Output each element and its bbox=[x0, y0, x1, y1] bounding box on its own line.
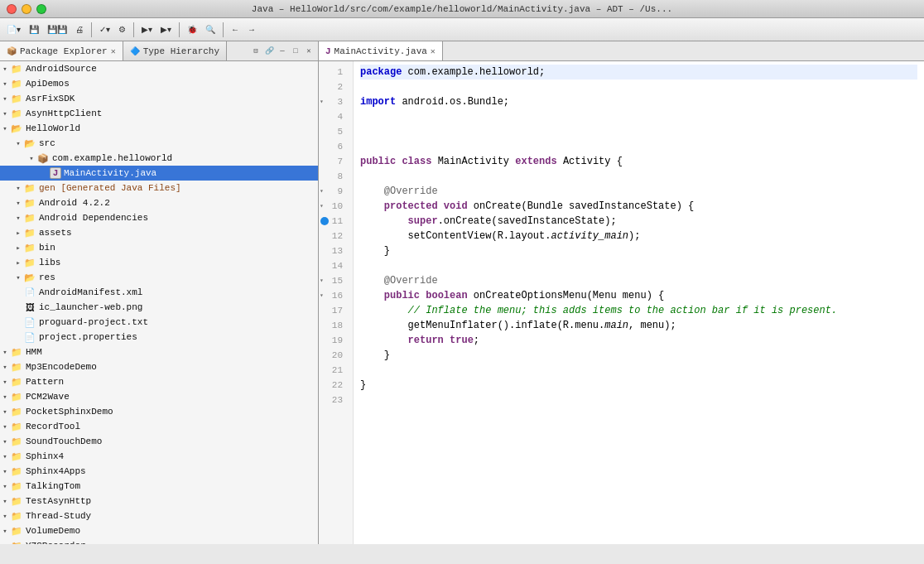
code-token: android.os.Bundle; bbox=[402, 94, 509, 109]
save-button[interactable]: 💾 bbox=[26, 21, 42, 39]
run2-button[interactable]: ▶▾ bbox=[157, 21, 175, 39]
tree-item-hmm[interactable]: ▾📁HMM bbox=[0, 345, 318, 359]
tree-item-volume-demo[interactable]: ▾📁VolumeDemo bbox=[0, 523, 318, 538]
validate-button[interactable]: ✓▾ bbox=[96, 21, 113, 39]
save-all-button[interactable]: 💾💾 bbox=[44, 21, 70, 39]
tree-item-ic-launcher-web[interactable]: 🖼ic_launcher-web.png bbox=[0, 300, 318, 315]
tree-item-asr-fix-sdk[interactable]: ▾📁AsrFixSDK bbox=[0, 91, 318, 106]
tree-item-pattern[interactable]: ▾📁Pattern bbox=[0, 374, 318, 389]
line-num-text: 12 bbox=[332, 229, 343, 243]
tree-item-gen[interactable]: ▾📁gen [Generated Java Files] bbox=[0, 181, 318, 195]
properties-button[interactable]: ⚙ bbox=[115, 21, 129, 39]
tree-icon-project: 📁 bbox=[10, 509, 23, 523]
line-number-9: ▾9 bbox=[319, 184, 348, 199]
main-activity-editor-tab[interactable]: J MainActivity.java ✕ bbox=[319, 41, 443, 60]
tree-item-sphinx4-apps[interactable]: ▾📁Sphinx4Apps bbox=[0, 464, 318, 479]
tree-item-mp3-encode-demo[interactable]: ▾📁Mp3EncodeDemo bbox=[0, 359, 318, 374]
collapse-all-btn[interactable]: ⊟ bbox=[250, 46, 262, 57]
tree-item-sound-touch-demo[interactable]: ▾📁SoundTouchDemo bbox=[0, 434, 318, 449]
package-explorer-tree[interactable]: ▾📁AndroidSource▾📁ApiDemos▾📁AsrFixSDK▾📁As… bbox=[0, 61, 318, 544]
tree-icon-project: 📁 bbox=[10, 524, 23, 537]
minimize-button[interactable] bbox=[22, 4, 31, 14]
tree-item-yzs-recorder[interactable]: ▾📁YZSRecorder bbox=[0, 538, 318, 544]
print-button[interactable]: 🖨 bbox=[72, 21, 87, 39]
tree-label-mp3-encode-demo: Mp3EncodeDemo bbox=[26, 362, 97, 372]
collapse-arrow-icon: ▾ bbox=[320, 199, 324, 214]
tree-item-android-422[interactable]: ▾📁Android 4.2.2 bbox=[0, 195, 318, 210]
tree-item-talking-tom[interactable]: ▾📁TalkingTom bbox=[0, 479, 318, 494]
tree-item-assets[interactable]: ▸📁assets bbox=[0, 225, 318, 240]
close-panel-btn[interactable]: ✕ bbox=[303, 46, 315, 57]
collapse-arrow-icon: ▾ bbox=[320, 94, 324, 109]
tree-item-android-manifest[interactable]: 📄AndroidManifest.xml bbox=[0, 285, 318, 300]
tree-item-res[interactable]: ▾📂res bbox=[0, 270, 318, 285]
line-num-text: 5 bbox=[337, 124, 343, 139]
back-button[interactable]: ← bbox=[228, 21, 243, 39]
tree-item-pcm2wave[interactable]: ▾📁PCM2Wave bbox=[0, 389, 318, 404]
code-line-20: } bbox=[360, 348, 917, 363]
editor-tab-close[interactable]: ✕ bbox=[431, 46, 436, 56]
line-number-13: 13 bbox=[319, 243, 348, 258]
tree-item-libs[interactable]: ▸📁libs bbox=[0, 255, 318, 270]
code-content[interactable]: package com.example.helloworld; import a… bbox=[354, 61, 924, 544]
tree-item-main-activity[interactable]: JMainActivity.java bbox=[0, 166, 318, 181]
tree-icon-xml: 📄 bbox=[23, 286, 36, 299]
type-hierarchy-tab[interactable]: 🔷 Type Hierarchy bbox=[123, 41, 227, 60]
tree-arrow: ▾ bbox=[0, 422, 10, 431]
tree-label-asyn-http-client: AsynHttpClient bbox=[26, 108, 102, 118]
tree-item-pocket-sphinx-demo[interactable]: ▾📁PocketSphinxDemo bbox=[0, 404, 318, 419]
tree-item-hello-world[interactable]: ▾📂HelloWorld bbox=[0, 121, 318, 136]
minimize-panel-btn[interactable]: ─ bbox=[277, 46, 288, 57]
tree-item-project-properties[interactable]: 📄project.properties bbox=[0, 330, 318, 345]
tree-item-api-demos[interactable]: ▾📁ApiDemos bbox=[0, 76, 318, 91]
tree-item-proguard-project[interactable]: 📄proguard-project.txt bbox=[0, 315, 318, 330]
line-number-8: 8 bbox=[319, 169, 348, 184]
maximize-panel-btn[interactable]: □ bbox=[290, 46, 301, 57]
debug-button[interactable]: 🐞 bbox=[184, 21, 200, 39]
code-token: Activity { bbox=[563, 154, 623, 169]
tree-arrow: ▾ bbox=[0, 527, 10, 536]
close-button[interactable] bbox=[7, 4, 17, 14]
package-explorer-tab[interactable]: 📦 Package Explorer ✕ bbox=[0, 41, 123, 60]
forward-button[interactable]: → bbox=[244, 21, 259, 39]
tree-label-asr-fix-sdk: AsrFixSDK bbox=[26, 94, 75, 104]
code-token: } bbox=[360, 378, 366, 393]
code-token bbox=[360, 318, 408, 333]
tree-item-android-source[interactable]: ▾📁AndroidSource bbox=[0, 61, 318, 76]
tree-icon-folder: 📁 bbox=[23, 241, 36, 254]
left-panel: 📦 Package Explorer ✕ 🔷 Type Hierarchy ⊟ … bbox=[0, 41, 319, 544]
code-token: setContentView(R.layout. bbox=[408, 229, 551, 243]
code-token: getMenuInflater().inflate(R.menu. bbox=[408, 318, 605, 333]
code-line-13: } bbox=[360, 243, 917, 258]
tree-arrow: ▾ bbox=[13, 214, 23, 223]
code-token: @Override bbox=[384, 273, 438, 288]
tree-label-pcm2wave: PCM2Wave bbox=[26, 392, 70, 402]
code-token: true bbox=[450, 333, 474, 348]
tree-item-record-tool[interactable]: ▾📁RecordTool bbox=[0, 419, 318, 434]
tree-item-src[interactable]: ▾📂src bbox=[0, 136, 318, 151]
line-num-text: 7 bbox=[337, 154, 343, 169]
code-area: 12▾345678▾9▾1011121314▾15▾16171819202122… bbox=[319, 61, 924, 544]
line-num-text: 16 bbox=[332, 288, 343, 303]
new-button[interactable]: 📄▾ bbox=[3, 21, 24, 39]
code-line-12: setContentView(R.layout.activity_main); bbox=[360, 229, 917, 243]
tree-item-asyn-http-client[interactable]: ▾📁AsynHttpClient bbox=[0, 106, 318, 121]
tree-icon-props: 📄 bbox=[23, 330, 36, 344]
tree-icon-project: 📁 bbox=[10, 92, 23, 105]
tree-item-thread-study[interactable]: ▾📁Thread-Study bbox=[0, 509, 318, 523]
tree-item-test-asyn-http[interactable]: ▾📁TestAsynHttp bbox=[0, 494, 318, 509]
code-token bbox=[360, 184, 384, 199]
package-explorer-close[interactable]: ✕ bbox=[111, 46, 116, 56]
tree-item-android-deps[interactable]: ▾📁Android Dependencies bbox=[0, 210, 318, 225]
maximize-button[interactable] bbox=[36, 4, 46, 14]
code-token bbox=[360, 333, 408, 348]
search-button[interactable]: 🔍 bbox=[202, 21, 219, 39]
tree-item-sphinx4[interactable]: ▾📁Sphinx4 bbox=[0, 449, 318, 464]
link-btn[interactable]: 🔗 bbox=[263, 46, 275, 57]
run-button[interactable]: ▶▾ bbox=[138, 21, 156, 39]
line-num-text: 11 bbox=[332, 214, 343, 229]
tree-icon-folder: 📁 bbox=[23, 181, 36, 195]
tree-item-com-example-helloworld[interactable]: ▾📦com.example.helloworld bbox=[0, 151, 318, 166]
tree-arrow: ▾ bbox=[0, 497, 10, 506]
tree-item-bin[interactable]: ▸📁bin bbox=[0, 240, 318, 255]
